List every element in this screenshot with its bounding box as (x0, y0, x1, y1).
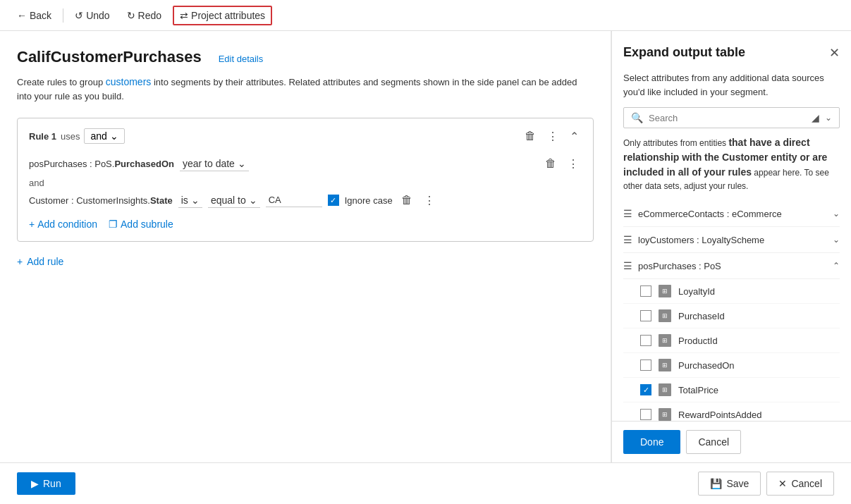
ignore-case-label: Ignore case (345, 195, 393, 206)
entity-item-left-3: ☰ posPurchases : PoS (623, 260, 721, 271)
attr-name-totalprice: TotalPrice (678, 385, 718, 395)
rule-footer: + Add condition ❐ Add subrule (29, 216, 582, 233)
attr-checkbox-productid[interactable] (640, 335, 651, 346)
condition-row-1: posPurchases : PoS.PurchasedOn year to d… (29, 154, 582, 173)
chevron-down-icon-2: ⌄ (238, 158, 246, 169)
add-rule-button[interactable]: + Add rule (17, 253, 63, 270)
entity-name-3: posPurchases : PoS (638, 261, 721, 271)
save-label: Save (726, 478, 749, 489)
attr-row-rewardpoints: ⊞ RewardPointsAdded (623, 402, 840, 421)
search-icon: 🔍 (631, 112, 643, 123)
rule-operator-dropdown[interactable]: and ⌄ (84, 128, 124, 144)
attr-checkbox-totalprice[interactable]: ✓ (640, 384, 651, 395)
condition-1-field: PurchasedOn (114, 159, 174, 169)
condition-2-ignore-case-checkbox[interactable]: ✓ (328, 195, 339, 206)
attr-checkbox-rewardpoints[interactable] (640, 409, 651, 420)
condition-1-value-dropdown[interactable]: year to date ⌄ (180, 156, 249, 171)
entity-item-ecommerce[interactable]: ☰ eCommerceContacts : eCommerce ⌄ (623, 201, 840, 227)
back-label: Back (30, 10, 51, 21)
attr-type-icon-rewardpoints: ⊞ (659, 408, 671, 421)
entity-item-loyalty[interactable]: ☰ loyCustomers : LoyaltyScheme ⌄ (623, 227, 840, 253)
save-button[interactable]: 💾 Save (698, 472, 761, 496)
entity-table-icon-2: ☰ (623, 234, 632, 245)
page-description: Create rules to group customers into seg… (17, 75, 594, 104)
attr-type-icon-totalprice: ⊞ (659, 383, 671, 396)
rule-header-left: Rule 1 uses and ⌄ (29, 128, 125, 144)
rule-delete-button[interactable]: 🗑 (522, 127, 539, 145)
add-condition-label: Add condition (37, 219, 97, 230)
condition-1-entity: posPurchases : PoS.PurchasedOn (29, 159, 174, 169)
done-button[interactable]: Done (623, 430, 680, 454)
entity-table-icon-1: ☰ (623, 208, 632, 219)
undo-icon: ↺ (75, 10, 83, 21)
plus-icon: + (29, 219, 35, 230)
condition-2-entity: Customer : CustomerInsights.State (29, 195, 173, 206)
condition-2-operator-dropdown[interactable]: is ⌄ (178, 193, 202, 208)
entity-list: ☰ eCommerceContacts : eCommerce ⌄ ☰ loyC… (623, 201, 840, 421)
attr-row-totalprice: ✓ ⊞ TotalPrice (623, 378, 840, 402)
attr-name-purchaseid: PurchaseId (678, 311, 725, 321)
rule-box: Rule 1 uses and ⌄ 🗑 ⋮ ⌃ posPurchases : P… (17, 118, 594, 242)
redo-button[interactable]: ↻ Redo (121, 7, 167, 24)
save-icon: 💾 (710, 478, 722, 489)
back-button[interactable]: ← Back (11, 7, 57, 24)
condition-2-field: State (150, 195, 173, 206)
rule-header: Rule 1 uses and ⌄ 🗑 ⋮ ⌃ (29, 127, 582, 146)
chevron-down-icon: ⌄ (110, 130, 118, 142)
entity-2-expand-button[interactable]: ⌄ (833, 235, 840, 245)
entity-item-pos[interactable]: ☰ posPurchases : PoS ⌃ (623, 253, 840, 279)
entity-name-2: loyCustomers : LoyaltyScheme (638, 235, 764, 245)
attr-row-purchasedon: ⊞ PurchasedOn (623, 353, 840, 378)
attr-type-icon-purchasedon: ⊞ (659, 359, 671, 371)
panel-close-button[interactable]: ✕ (829, 45, 840, 61)
edit-details-link[interactable]: Edit details (219, 54, 264, 64)
project-attributes-label: Project attributes (191, 10, 265, 21)
rule-label: Rule 1 (29, 131, 56, 142)
attr-row-purchaseid: ⊞ PurchaseId (623, 304, 840, 328)
cancel-label: Cancel (791, 478, 822, 489)
cancel-button[interactable]: ✕ Cancel (766, 472, 834, 496)
back-arrow-icon: ← (17, 10, 27, 21)
add-condition-button[interactable]: + Add condition (29, 216, 97, 233)
undo-button[interactable]: ↺ Undo (69, 7, 115, 24)
condition-1-more-button[interactable]: ⋮ (565, 154, 582, 173)
entity-1-expand-button[interactable]: ⌄ (833, 209, 840, 219)
rule-more-button[interactable]: ⋮ (544, 127, 561, 146)
rule-collapse-button[interactable]: ⌃ (567, 127, 582, 146)
run-button[interactable]: ▶ Run (17, 472, 75, 495)
condition-2-comparison: equal to (211, 195, 246, 206)
condition-1-delete-button[interactable]: 🗑 (542, 154, 559, 173)
attr-name-rewardpoints: RewardPointsAdded (678, 410, 762, 420)
add-rule-label: Add rule (27, 256, 63, 267)
attr-checkbox-purchaseid[interactable] (640, 310, 651, 321)
condition-2-value-input[interactable] (266, 193, 322, 207)
play-icon: ▶ (31, 478, 39, 489)
attr-checkbox-purchasedon[interactable] (640, 359, 651, 371)
cancel-icon: ✕ (778, 478, 787, 489)
condition-row-2: Customer : CustomerInsights.State is ⌄ e… (29, 191, 582, 210)
condition-2-operator: is (181, 195, 188, 206)
bottom-bar: ▶ Run 💾 Save ✕ Cancel (0, 462, 851, 504)
condition-2-comparison-dropdown[interactable]: equal to ⌄ (208, 193, 260, 208)
search-input[interactable] (649, 113, 806, 123)
attr-row-productid: ⊞ ProductId (623, 328, 840, 353)
subrule-icon: ❐ (109, 219, 118, 230)
entity-3-collapse-button[interactable]: ⌃ (833, 261, 840, 271)
panel-header: Expand output table ✕ (623, 45, 840, 66)
project-attributes-button[interactable]: ⇄ Project attributes (173, 6, 272, 25)
panel-description: Select attributes from any additional da… (623, 71, 840, 99)
chevron-down-icon-search: ⌄ (825, 113, 832, 123)
undo-label: Undo (86, 10, 109, 21)
add-subrule-button[interactable]: ❐ Add subrule (109, 216, 173, 233)
panel-cancel-button[interactable]: Cancel (686, 430, 741, 454)
attr-type-icon-loyaltyid: ⊞ (659, 285, 671, 297)
add-rule-row: + Add rule (17, 253, 594, 270)
notice-text: Only attributes from entities that have … (623, 135, 840, 192)
attr-checkbox-loyaltyid[interactable] (640, 285, 651, 297)
filter-icon[interactable]: ◢ (812, 112, 819, 123)
panel-bottom: Done Cancel (612, 421, 851, 462)
attr-type-icon-productid: ⊞ (659, 334, 671, 347)
entity-item-left-2: ☰ loyCustomers : LoyaltyScheme (623, 234, 764, 245)
condition-2-more-button[interactable]: ⋮ (421, 191, 438, 210)
condition-2-delete-button[interactable]: 🗑 (398, 191, 415, 209)
